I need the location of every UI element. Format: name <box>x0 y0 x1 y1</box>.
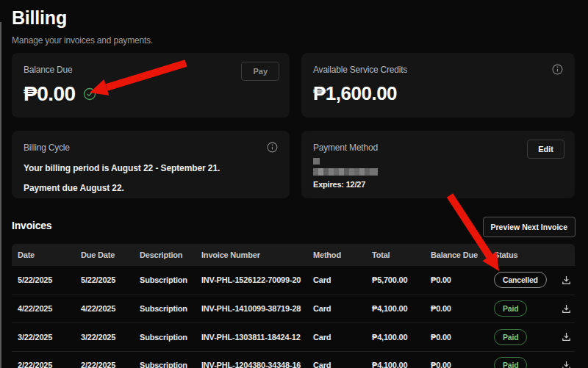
cell-balance-due: ₱0.00 <box>425 333 488 342</box>
balance-due-label: Balance Due <box>24 65 278 75</box>
table-row: 2/22/2025 2/22/2025 Subscription INV-PHL… <box>12 351 575 368</box>
billing-cycle-card: Billing Cycle Your billing period is Aug… <box>12 131 290 198</box>
balance-due-amount: ₱0.00 <box>24 82 76 106</box>
window-edge <box>0 22 1 368</box>
cell-description: Subscription <box>134 361 196 368</box>
cell-method: Card <box>307 361 366 368</box>
table-row: 3/22/2025 3/22/2025 Subscription INV-PHL… <box>12 322 575 351</box>
service-credits-amount: ₱1,600.00 <box>313 82 397 105</box>
page-subtitle: Manage your invoices and payments. <box>12 35 153 46</box>
billing-cycle-label: Billing Cycle <box>24 142 278 153</box>
cell-due-date: 4/22/2025 <box>75 304 134 313</box>
payment-due-text: Payment due August 22. <box>24 183 278 193</box>
col-header-total: Total <box>366 250 425 259</box>
download-invoice-button[interactable] <box>559 358 573 368</box>
edit-payment-button[interactable]: Edit <box>527 140 564 159</box>
download-invoice-button[interactable] <box>559 302 573 316</box>
info-circle-icon[interactable] <box>267 142 278 153</box>
cell-method: Card <box>307 275 366 284</box>
cell-total: ₱4,100.00 <box>366 333 425 342</box>
cell-due-date: 5/22/2025 <box>75 275 134 284</box>
cell-description: Subscription <box>134 304 196 313</box>
col-header-balance-due: Balance Due <box>425 250 488 259</box>
table-header-row: Date Due Date Description Invoice Number… <box>12 244 575 266</box>
download-icon <box>561 306 572 317</box>
payment-method-card: Payment Method Edit Expires: 12/27 <box>301 131 575 198</box>
col-header-due-date: Due Date <box>75 250 134 259</box>
invoices-heading: Invoices <box>12 220 51 231</box>
page-header: Billing Manage your invoices and payment… <box>12 7 153 46</box>
col-header-method: Method <box>307 250 366 259</box>
cell-description: Subscription <box>134 333 196 342</box>
cell-due-date: 2/22/2025 <box>75 361 134 368</box>
cell-method: Card <box>307 304 366 313</box>
summary-cards: Balance Due Pay ₱0.00 Available Service … <box>12 53 575 198</box>
status-badge: Paid <box>494 300 527 317</box>
col-header-invoice-number: Invoice Number <box>196 250 307 259</box>
status-badge: Paid <box>494 357 527 368</box>
cell-method: Card <box>307 333 366 342</box>
payment-method-label: Payment Method <box>313 142 563 153</box>
cell-date: 4/22/2025 <box>12 304 75 313</box>
cell-due-date: 3/22/2025 <box>75 333 134 342</box>
table-row: 5/22/2025 5/22/2025 Subscription INV-PHL… <box>12 266 575 295</box>
page-title: Billing <box>12 7 153 29</box>
check-circle-icon <box>83 87 96 101</box>
balance-due-card: Balance Due Pay ₱0.00 <box>12 53 290 118</box>
cell-balance-due: ₱0.00 <box>425 304 488 313</box>
service-credits-card: Available Service Credits ₱1,600.00 <box>301 53 575 118</box>
cell-invoice-number: INV-PHL-1410099-38719-28 <box>196 304 307 313</box>
cell-invoice-number: INV-PHL-1204380-34348-16 <box>196 361 307 368</box>
status-badge: Cancelled <box>494 272 547 288</box>
col-header-status: Status <box>488 250 547 259</box>
cell-balance-due: ₱0.00 <box>425 275 488 284</box>
invoices-table: Date Due Date Description Invoice Number… <box>12 244 575 368</box>
card-expiry: Expires: 12/27 <box>313 180 563 189</box>
cell-date: 2/22/2025 <box>12 361 75 368</box>
preview-next-invoice-button[interactable]: Preview Next Invoice <box>483 217 576 237</box>
billing-period-text: Your billing period is August 22 - Septe… <box>24 163 278 173</box>
cell-invoice-number: INV-PHL-1526122-70099-20 <box>196 275 307 284</box>
download-icon <box>561 333 572 344</box>
download-icon <box>561 277 572 288</box>
info-circle-icon[interactable] <box>552 64 563 75</box>
cell-balance-due: ₱0.00 <box>425 361 488 368</box>
cell-invoice-number: INV-PHL-1303811-18424-12 <box>196 333 307 342</box>
status-badge: Paid <box>494 329 527 345</box>
table-row: 4/22/2025 4/22/2025 Subscription INV-PHL… <box>12 295 575 323</box>
col-header-description: Description <box>134 250 196 259</box>
redacted-card-number <box>313 168 378 176</box>
cell-total: ₱4,100.00 <box>366 304 425 313</box>
redacted-card-brand <box>313 158 320 165</box>
cell-date: 3/22/2025 <box>12 333 75 342</box>
download-invoice-button[interactable] <box>559 330 573 344</box>
download-icon <box>561 362 572 368</box>
cell-description: Subscription <box>134 275 196 284</box>
col-header-date: Date <box>12 250 75 259</box>
cell-date: 5/22/2025 <box>12 275 75 284</box>
download-invoice-button[interactable] <box>559 273 573 287</box>
service-credits-label: Available Service Credits <box>313 65 563 75</box>
pay-button[interactable]: Pay <box>241 62 279 81</box>
cell-total: ₱5,700.00 <box>366 275 425 284</box>
cell-total: ₱4,100.00 <box>366 361 425 368</box>
